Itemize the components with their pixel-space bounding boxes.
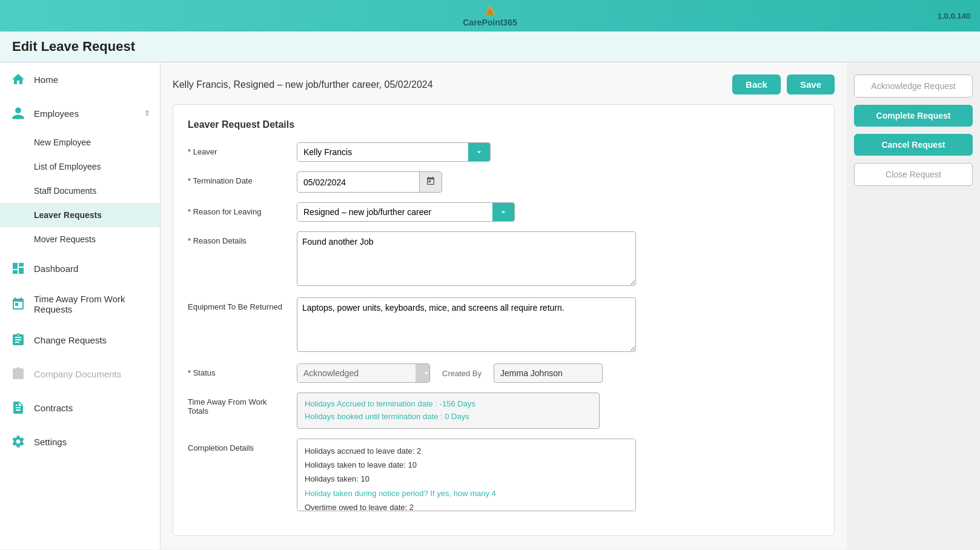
status-select-wrapper <box>297 363 430 383</box>
status-control: Created By Jemma Johnson <box>297 363 819 383</box>
acknowledge-request-button: Acknowledge Request <box>854 75 973 98</box>
sidebar-settings-label: Settings <box>34 437 150 447</box>
created-by-label: Created By <box>442 369 482 378</box>
sidebar-employees-label: Employees <box>34 108 137 119</box>
page-title: Edit Leave Request <box>12 39 968 55</box>
sidebar-dashboard-label: Dashboard <box>34 263 150 274</box>
totals-box: Holidays Accrued to termination date : -… <box>297 393 600 429</box>
sidebar-item-company-documents: Company Documents <box>0 357 160 391</box>
leaver-input[interactable] <box>297 143 468 161</box>
termination-date-input[interactable] <box>297 173 419 191</box>
completion-line: Overtime owed to leave date: 2 <box>305 500 628 511</box>
sidebar-item-home[interactable]: Home <box>0 62 160 96</box>
status-row: * Status Created By Jemma Johnson <box>188 363 819 383</box>
top-bar: CarePoint365 1.0.0.140 <box>0 0 980 31</box>
leaver-dropdown-btn[interactable] <box>468 143 490 161</box>
content-title: Kelly Francis, Resigned – new job/furthe… <box>173 79 433 90</box>
close-request-button: Close Request <box>854 163 973 186</box>
totals-row: Time Away From Work Totals Holidays Accr… <box>188 393 819 429</box>
leaver-label: * Leaver <box>188 142 285 156</box>
sidebar-company-docs-label: Company Documents <box>34 369 150 379</box>
sidebar: Home Employees ⇧ New Employee List of Em… <box>0 62 161 549</box>
dashboard-icon <box>10 260 27 277</box>
sidebar-item-time-away[interactable]: Time Away From Work Requests <box>0 285 160 323</box>
sidebar-item-contracts[interactable]: Contracts <box>0 391 160 425</box>
sidebar-employees-sub: New Employee List of Employees Staff Doc… <box>0 130 160 251</box>
sidebar-item-mover-requests[interactable]: Mover Requests <box>0 227 160 251</box>
equipment-row: Equipment To Be Returned <box>188 297 819 354</box>
sidebar-item-staff-documents[interactable]: Staff Documents <box>0 179 160 203</box>
company-docs-icon <box>10 365 27 382</box>
reason-leaving-control <box>297 202 819 222</box>
equipment-label: Equipment To Be Returned <box>188 297 285 311</box>
leaver-requests-label: Leaver Requests <box>34 210 102 220</box>
sidebar-time-away-label: Time Away From Work Requests <box>34 294 150 314</box>
sidebar-contracts-label: Contracts <box>34 403 150 413</box>
cancel-request-button[interactable]: Cancel Request <box>854 134 973 156</box>
gear-icon <box>10 433 27 450</box>
sidebar-item-dashboard[interactable]: Dashboard <box>0 251 160 285</box>
sidebar-change-requests-label: Change Requests <box>34 335 150 345</box>
chevron-up-icon: ⇧ <box>144 109 150 118</box>
back-button[interactable]: Back <box>732 75 781 94</box>
totals-line2: Holidays booked until termination date :… <box>305 411 592 423</box>
logo: CarePoint365 <box>463 4 517 27</box>
totals-control: Holidays Accrued to termination date : -… <box>297 393 819 429</box>
completion-line: Holiday taken during notice period? If y… <box>305 486 628 500</box>
reason-details-control <box>297 231 819 288</box>
reason-dropdown-btn[interactable] <box>492 203 514 221</box>
termination-date-label: * Termination Date <box>188 171 285 185</box>
right-panel: Acknowledge Request Complete Request Can… <box>847 62 980 549</box>
status-dropdown-btn[interactable] <box>416 364 430 382</box>
reason-leaving-input[interactable] <box>297 203 492 221</box>
header-buttons: Back Save <box>732 75 835 94</box>
status-input[interactable] <box>297 364 416 382</box>
termination-date-row: * Termination Date <box>188 171 819 193</box>
save-button[interactable]: Save <box>787 75 835 94</box>
status-label: * Status <box>188 363 285 377</box>
contracts-icon <box>10 399 27 416</box>
reason-details-label: * Reason Details <box>188 231 285 245</box>
sidebar-item-leaver-requests[interactable]: Leaver Requests <box>0 203 160 227</box>
reason-details-textarea[interactable] <box>297 231 636 286</box>
reason-details-row: * Reason Details <box>188 231 819 288</box>
complete-request-button[interactable]: Complete Request <box>854 105 973 127</box>
completion-line: Holidays taken: 10 <box>305 472 628 486</box>
totals-label: Time Away From Work Totals <box>188 393 285 416</box>
completion-box: Holidays accrued to leave date: 2Holiday… <box>297 439 636 511</box>
form-section-title: Leaver Request Details <box>188 119 819 130</box>
sidebar-item-change-requests[interactable]: Change Requests <box>0 323 160 357</box>
home-icon <box>10 71 27 88</box>
calendar-picker-btn[interactable] <box>419 172 442 192</box>
completion-line: Holidays taken to leave date: 10 <box>305 458 628 472</box>
clipboard-icon <box>10 331 27 348</box>
sidebar-item-list-employees[interactable]: List of Employees <box>0 154 160 179</box>
app-title: CarePoint365 <box>463 18 517 27</box>
completion-label: Completion Details <box>188 439 285 452</box>
sidebar-home-label: Home <box>34 75 150 85</box>
new-employee-label: New Employee <box>34 138 91 147</box>
sidebar-item-employees[interactable]: Employees ⇧ <box>0 96 160 130</box>
equipment-textarea[interactable] <box>297 297 636 352</box>
reason-select-wrapper <box>297 202 515 222</box>
content-header: Kelly Francis, Resigned – new job/furthe… <box>173 75 835 94</box>
totals-line1: Holidays Accrued to termination date : -… <box>305 398 592 411</box>
sidebar-item-settings[interactable]: Settings <box>0 425 160 459</box>
leaver-select-wrapper <box>297 142 491 162</box>
page-header: Edit Leave Request <box>0 31 980 62</box>
leaver-row: * Leaver <box>188 142 819 162</box>
completion-row: Completion Details Holidays accrued to l… <box>188 439 819 511</box>
sidebar-item-new-employee[interactable]: New Employee <box>0 130 160 154</box>
list-employees-label: List of Employees <box>34 162 101 171</box>
equipment-control <box>297 297 819 354</box>
completion-control: Holidays accrued to leave date: 2Holiday… <box>297 439 819 511</box>
completion-line: Holidays accrued to leave date: 2 <box>305 444 628 458</box>
reason-leaving-row: * Reason for Leaving <box>188 202 819 222</box>
leaver-control <box>297 142 819 162</box>
mover-requests-label: Mover Requests <box>34 234 96 244</box>
calendar-icon <box>10 296 27 313</box>
form-card: Leaver Request Details * Leaver * Termin… <box>173 104 835 536</box>
main-content: Kelly Francis, Resigned – new job/furthe… <box>161 62 847 549</box>
reason-leaving-label: * Reason for Leaving <box>188 202 285 216</box>
created-by-value: Jemma Johnson <box>494 363 603 383</box>
